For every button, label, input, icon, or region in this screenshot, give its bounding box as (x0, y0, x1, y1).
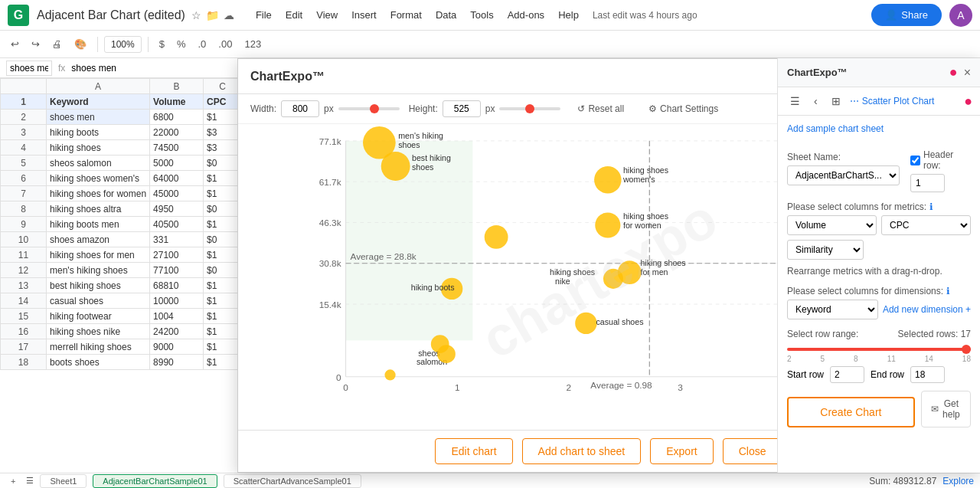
sheet-tab-adjacent[interactable]: AdjacentBarChartSample01 (93, 474, 217, 488)
chart-settings-button[interactable]: ⚙ Chart Settings (641, 100, 726, 117)
cell-cpc[interactable]: $1 (204, 278, 242, 293)
cell-cpc[interactable]: $1 (204, 324, 242, 339)
menu-help[interactable]: Help (552, 6, 585, 24)
percent-button[interactable]: % (172, 35, 191, 53)
menu-edit[interactable]: Edit (279, 6, 309, 24)
header-row-checkbox[interactable] (910, 156, 920, 165)
add-dimension-button[interactable]: Add new dimension + (883, 304, 971, 315)
cell-volume[interactable]: 5000 (150, 156, 204, 171)
sheet-select[interactable]: AdjacentBarChartS... (787, 165, 900, 185)
cell-volume[interactable]: 74500 (150, 140, 204, 156)
cell-volume[interactable]: 68810 (150, 278, 204, 293)
cell-cpc[interactable]: $0 (204, 232, 242, 247)
cell-volume[interactable]: 45000 (150, 186, 204, 201)
star-icon[interactable]: ☆ (191, 9, 201, 21)
cell-cpc[interactable]: $0 (204, 201, 242, 217)
cell-cpc[interactable]: $1 (204, 293, 242, 309)
sample-chart-link[interactable]: Add sample chart sheet (787, 123, 884, 134)
cell-volume[interactable]: 24200 (150, 324, 204, 339)
width-input[interactable] (281, 100, 319, 117)
cell-volume[interactable]: 22000 (150, 125, 204, 140)
menu-file[interactable]: File (250, 6, 278, 24)
sheet-tab-1[interactable]: Sheet1 (40, 474, 87, 488)
cell-volume[interactable]: 40500 (150, 217, 204, 232)
dimensions-info-icon[interactable]: ℹ (946, 286, 950, 296)
col-a-header[interactable]: A (47, 79, 150, 94)
cell-keyword[interactable]: shoes men (47, 110, 150, 125)
cell-keyword[interactable]: hiking shoes (47, 140, 150, 156)
end-row-input[interactable] (910, 366, 945, 383)
format-123-button[interactable]: 123 (240, 35, 266, 53)
cell-keyword[interactable]: hiking shoes women's (47, 171, 150, 186)
metrics-info-icon[interactable]: ℹ (929, 201, 933, 212)
start-row-input[interactable] (830, 366, 864, 383)
cell-keyword[interactable]: hiking shoes for men (47, 247, 150, 263)
cell-volume[interactable]: 77100 (150, 263, 204, 278)
folder-icon[interactable]: 📁 (206, 9, 219, 21)
width-slider[interactable] (338, 107, 400, 110)
cell-volume[interactable]: 331 (150, 232, 204, 247)
cell-volume[interactable]: 1004 (150, 309, 204, 324)
redo-button[interactable]: ↪ (27, 35, 44, 53)
sheet-tab-scatter[interactable]: ScatterChartAdvanceSample01 (224, 474, 361, 488)
add-chart-to-sheet-button[interactable]: Add chart to sheet (522, 438, 642, 464)
cell-cpc[interactable]: $1 (204, 339, 242, 355)
print-button[interactable]: 🖨 (47, 35, 67, 53)
cell-cpc[interactable]: $3 (204, 125, 242, 140)
col-b-header[interactable]: B (150, 79, 204, 94)
close-chart-button[interactable]: Close (723, 438, 782, 464)
cell-volume[interactable]: 10000 (150, 293, 204, 309)
share-button[interactable]: 👤 Share (871, 4, 942, 26)
cell-keyword[interactable]: boots shoes (47, 355, 150, 370)
create-chart-button[interactable]: Create Chart (787, 397, 915, 427)
cell-keyword[interactable]: men's hiking shoes (47, 263, 150, 278)
undo-button[interactable]: ↩ (6, 35, 24, 53)
get-help-button[interactable]: ✉ Get help (921, 391, 971, 427)
export-button[interactable]: Export (650, 438, 713, 464)
menu-data[interactable]: Data (430, 6, 462, 24)
cloud-icon[interactable]: ☁ (224, 9, 234, 21)
cell-keyword[interactable]: shoes amazon (47, 232, 150, 247)
header-row-input[interactable] (910, 174, 945, 192)
cell-keyword[interactable]: hiking footwear (47, 309, 150, 324)
row-range-slider[interactable] (787, 348, 971, 351)
cell-cpc[interactable]: $1 (204, 110, 242, 125)
cell-cpc[interactable]: $0 (204, 156, 242, 171)
cell-cpc[interactable]: $1 (204, 217, 242, 232)
reset-button[interactable]: ↺ Reset all (570, 100, 632, 117)
cell-volume[interactable]: 27100 (150, 247, 204, 263)
cell-cpc[interactable]: $0 (204, 263, 242, 278)
cell-b1[interactable]: Volume (150, 94, 204, 110)
panel-close-button[interactable]: × (964, 66, 971, 80)
cell-cpc[interactable]: $1 (204, 309, 242, 324)
cell-volume[interactable]: 8990 (150, 355, 204, 370)
cell-volume[interactable]: 64000 (150, 171, 204, 186)
decimal-dec-button[interactable]: .0 (194, 35, 211, 53)
currency-button[interactable]: $ (155, 35, 169, 53)
panel-menu-button[interactable]: ☰ (786, 92, 805, 110)
cell-keyword[interactable]: hiking shoes nike (47, 324, 150, 339)
cell-keyword[interactable]: hiking boots men (47, 217, 150, 232)
cell-cpc[interactable]: $3 (204, 140, 242, 156)
cell-ref-input[interactable] (6, 61, 52, 76)
cell-keyword[interactable]: sheos salomon (47, 156, 150, 171)
edit-chart-button[interactable]: Edit chart (435, 438, 512, 464)
menu-insert[interactable]: Insert (345, 6, 383, 24)
height-slider[interactable] (499, 107, 560, 110)
cell-cpc[interactable]: $1 (204, 355, 242, 370)
add-sheet-button[interactable]: + (6, 475, 20, 487)
metric-select-3[interactable]: Similarity (787, 240, 864, 260)
height-input[interactable] (443, 100, 481, 117)
dimension-select-1[interactable]: Keyword (787, 300, 878, 319)
col-c-header[interactable]: C (204, 79, 242, 94)
menu-addons[interactable]: Add-ons (501, 6, 550, 24)
panel-back-button[interactable]: ‹ (809, 92, 822, 110)
metric-select-2[interactable]: CPC (881, 215, 971, 235)
cell-c1[interactable]: CPC (204, 94, 242, 110)
cell-a1[interactable]: Keyword (47, 94, 150, 110)
list-sheets-icon[interactable]: ☰ (26, 476, 34, 486)
cell-cpc[interactable]: $1 (204, 186, 242, 201)
cell-volume[interactable]: 4950 (150, 201, 204, 217)
cell-keyword[interactable]: hiking shoes altra (47, 201, 150, 217)
cell-cpc[interactable]: $1 (204, 247, 242, 263)
